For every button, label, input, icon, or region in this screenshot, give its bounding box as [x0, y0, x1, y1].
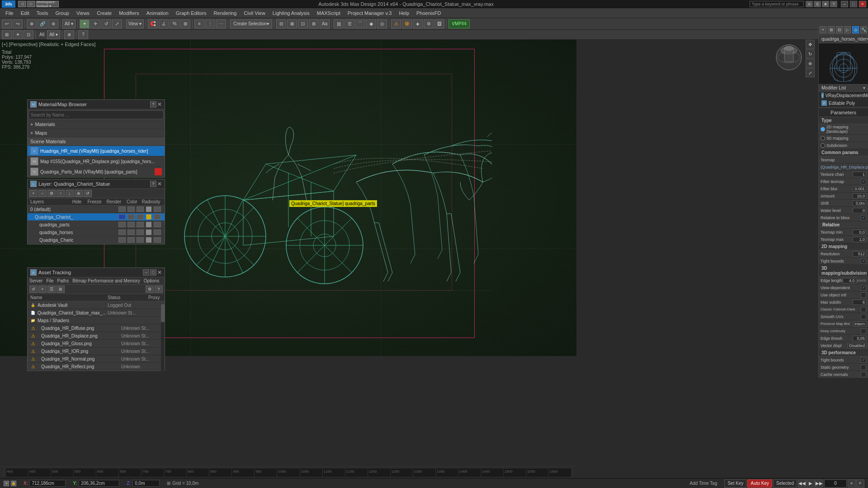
menu-civil-view[interactable]: Civil View [240, 9, 269, 17]
param-smooth-uv[interactable]: Smooth UVs [819, 313, 868, 320]
layer-render-qh[interactable] [137, 230, 144, 235]
relative-bbox-check[interactable] [861, 215, 866, 221]
y-input[interactable] [79, 480, 119, 487]
asset-minimize[interactable]: − [143, 269, 149, 276]
zoom-icon[interactable]: ⊕ [806, 59, 815, 68]
mat-browser-close[interactable]: ✕ [157, 101, 162, 108]
layers-refresh-btn[interactable]: ↺ [84, 190, 92, 197]
menu-graph-editors[interactable]: Graph Editors [172, 9, 210, 17]
layers-delete-btn[interactable]: − [38, 190, 47, 197]
asset-menu-paths[interactable]: Paths [57, 278, 69, 283]
layers-close[interactable]: ✕ [157, 181, 162, 187]
menu-file[interactable]: File [2, 9, 17, 17]
water-level-value[interactable]: 0 [853, 208, 866, 213]
asset-row-maps-folder[interactable]: 📁 Maps / Shaders [28, 317, 165, 324]
edge-length-value[interactable]: 4,0 [843, 278, 856, 283]
snapshot-btn[interactable]: ⊞ [309, 19, 319, 28]
named-sel-btn[interactable]: ⊕ [64, 30, 74, 39]
preserve-map-value[interactable]: Intern [853, 321, 866, 327]
mat-browser-help[interactable]: ? [150, 101, 156, 108]
layer-hide-qp[interactable] [118, 222, 126, 227]
asset-row-ior[interactable]: ⚠ Quadriga_HR_IOR.png Unknown St... [28, 347, 165, 355]
menu-maxscript[interactable]: MAXScript [313, 9, 344, 17]
asset-add-btn[interactable]: + [38, 286, 47, 293]
asset-row-vault[interactable]: 🔒 Autodesk Vault Logged Out [28, 301, 165, 309]
x-input[interactable] [29, 480, 66, 487]
icon-btn-3[interactable]: ★ [822, 1, 829, 7]
key-filter-btn-1[interactable]: K [848, 479, 856, 488]
asset-close[interactable]: ✕ [157, 269, 162, 276]
param-use-obj-mtl[interactable]: Use object mtl [819, 291, 868, 299]
icon-btn-4[interactable]: ? [830, 1, 837, 7]
layer-radio-default[interactable] [154, 206, 161, 212]
keep-cont-check[interactable] [861, 328, 866, 334]
texture-chan-value[interactable]: 1 [853, 172, 866, 177]
menu-tools[interactable]: Tools [33, 9, 52, 17]
close-button[interactable]: ✕ [859, 1, 866, 7]
align3-btn[interactable]: ⋯ [216, 19, 226, 28]
selected-label[interactable]: Selected [773, 479, 797, 488]
icon-btn-1[interactable]: A [806, 1, 813, 7]
scale-tool[interactable]: ⤢ [112, 19, 122, 28]
cache-normals-check[interactable] [861, 372, 866, 377]
edge-thresh-value[interactable]: 0,05 [853, 336, 866, 341]
angle-snap-btn[interactable]: ∠ [159, 19, 169, 28]
asset-menu-file[interactable]: File [46, 278, 53, 283]
layer-radio-qh[interactable] [154, 230, 161, 235]
align2-btn[interactable]: ⋮ [205, 19, 215, 28]
materials-section[interactable]: + Materials [28, 120, 165, 129]
param-relative-bbox[interactable]: Relative to bbox [819, 214, 868, 221]
maximize-vp-icon[interactable]: ⤢ [806, 68, 815, 77]
asset-row-normal[interactable]: ⚠ Quadriga_HR_Normal.png Unknown St... [28, 355, 165, 363]
layer-render-default[interactable] [137, 206, 144, 212]
layer-row-default[interactable]: 0 (default) [28, 206, 165, 213]
resolution-value[interactable]: 512 [853, 251, 866, 257]
menu-lighting[interactable]: Lighting Analysis [269, 9, 313, 17]
select-tool[interactable]: ✦ [80, 19, 90, 28]
mirror-btn[interactable]: ⊟ [276, 19, 286, 28]
filter-dropdown[interactable]: All ▾ [62, 19, 75, 28]
asset-refresh-btn[interactable]: ↺ [29, 286, 38, 293]
texmap-min-value[interactable]: 0,0 [853, 230, 866, 235]
static-geo-check[interactable] [861, 365, 866, 370]
layers-move-up-btn[interactable]: ↑ [57, 190, 65, 197]
asset-row-reflect[interactable]: ⚠ Quadriga_HR_Reflect.png Unknown [28, 363, 165, 371]
layer-color-qc[interactable] [146, 214, 151, 220]
layer-hide-qh[interactable] [118, 230, 126, 235]
param-catmull[interactable]: Classic Catmull-Clark [819, 306, 868, 313]
hierarchy-tab[interactable]: ⊟ [836, 26, 843, 33]
icon-btn-2[interactable]: S [814, 1, 821, 7]
menu-modifiers[interactable]: Modifiers [115, 9, 143, 17]
layers-help[interactable]: ? [150, 181, 156, 187]
percent-snap-btn[interactable]: % [170, 19, 179, 28]
layer-row-qparts[interactable]: quadriga_parts [28, 221, 165, 229]
modifier-editable-poly[interactable]: P Editable Poly [819, 99, 868, 107]
param-tight-bounds[interactable]: Tight bounds [819, 258, 868, 265]
layer-freeze-qh[interactable] [127, 230, 135, 235]
modifier-list-dropdown[interactable]: ▾ [863, 85, 865, 90]
align-btn[interactable]: ≡ [194, 19, 204, 28]
view-gizmo[interactable] [773, 42, 805, 73]
radio-3d[interactable] [821, 136, 825, 141]
coord-icon[interactable]: ⊕ [4, 481, 9, 486]
param-static-geo[interactable]: Static geometry [819, 364, 868, 371]
undo-button[interactable]: ↩ [2, 19, 12, 28]
forward-btn[interactable]: ▷ [27, 1, 35, 7]
layers-new-btn[interactable]: + [29, 190, 38, 197]
utilities-tab[interactable]: 🔧 [860, 26, 867, 33]
asset-row-main-file[interactable]: 📄 Quadriga_Chariot_Statue_max_vray.max U… [28, 309, 165, 317]
link-btn[interactable]: 🔗 [38, 19, 47, 28]
render-frame-btn[interactable]: 🖼 [434, 19, 444, 28]
modify-tab[interactable]: ⊞ [828, 26, 835, 33]
snap-btn[interactable]: 🧲 [148, 19, 158, 28]
layer-freeze-qp[interactable] [127, 222, 135, 227]
warn-btn[interactable]: ⚠ [391, 19, 401, 28]
layer-render-qp[interactable] [137, 222, 144, 227]
shift-value[interactable]: 0,0m [853, 201, 866, 206]
spacing-btn[interactable]: ⊡ [298, 19, 308, 28]
select-btn[interactable]: ⊕ [27, 19, 37, 28]
layer-row-qcharic[interactable]: Quadriga_Charic [28, 236, 165, 244]
render-setup-btn[interactable]: ⚙ [424, 19, 434, 28]
array-btn[interactable]: ⊠ [287, 19, 297, 28]
catmull-check[interactable] [861, 307, 866, 312]
